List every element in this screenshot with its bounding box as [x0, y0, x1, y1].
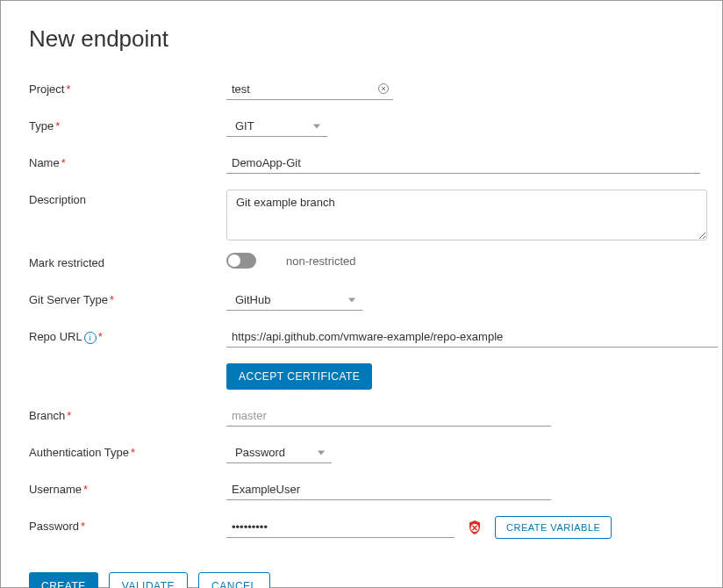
- label-mark-restricted: Mark restricted: [29, 253, 226, 269]
- restricted-toggle-label: non-restricted: [286, 255, 355, 268]
- type-select[interactable]: GIT: [226, 116, 327, 137]
- label-type: Type*: [29, 116, 226, 133]
- row-branch: Branch*: [29, 405, 694, 430]
- shield-warning-icon: [467, 520, 483, 535]
- required-indicator: *: [98, 330, 103, 343]
- action-bar: Create Validate Cancel: [29, 572, 694, 588]
- cancel-button[interactable]: Cancel: [198, 572, 270, 588]
- label-auth-type: Authentication Type*: [29, 442, 226, 459]
- info-icon[interactable]: i: [84, 332, 97, 344]
- required-indicator: *: [131, 446, 135, 459]
- required-indicator: *: [66, 82, 70, 96]
- row-mark-restricted: Mark restricted non-restricted: [29, 253, 694, 277]
- row-project: Project*: [29, 79, 694, 104]
- accept-certificate-button[interactable]: Accept Certificate: [226, 363, 372, 390]
- name-input[interactable]: [226, 153, 700, 174]
- required-indicator: *: [110, 293, 114, 306]
- label-password: Password*: [29, 516, 226, 533]
- row-description: Description: [29, 190, 694, 240]
- password-input[interactable]: [226, 517, 455, 538]
- dialog-title: New endpoint: [29, 25, 694, 53]
- username-input[interactable]: [226, 479, 551, 500]
- create-button[interactable]: Create: [29, 572, 98, 588]
- row-repo-url: Repo URLi*: [29, 326, 694, 351]
- validate-button[interactable]: Validate: [109, 572, 188, 588]
- project-input[interactable]: [226, 79, 393, 100]
- required-indicator: *: [81, 520, 85, 533]
- row-git-server-type: Git Server Type* GitHub: [29, 290, 694, 314]
- row-password: Password* Create Variable: [29, 516, 694, 541]
- required-indicator: *: [55, 119, 60, 133]
- row-name: Name*: [29, 153, 694, 177]
- label-branch: Branch*: [29, 405, 226, 422]
- required-indicator: *: [61, 156, 66, 169]
- required-indicator: *: [83, 483, 88, 496]
- new-endpoint-dialog: New endpoint Project* Type* GIT: [0, 0, 723, 588]
- row-accept-certificate: Accept Certificate: [29, 363, 694, 390]
- row-auth-type: Authentication Type* Password: [29, 442, 694, 467]
- repo-url-input[interactable]: [226, 326, 718, 348]
- label-git-server-type: Git Server Type*: [29, 290, 226, 306]
- label-repo-url: Repo URLi*: [29, 326, 226, 344]
- description-textarea[interactable]: [226, 190, 707, 240]
- clear-icon[interactable]: [377, 82, 390, 95]
- branch-input[interactable]: [226, 405, 551, 427]
- row-username: Username*: [29, 479, 694, 504]
- restricted-toggle[interactable]: [226, 253, 256, 269]
- row-type: Type* GIT: [29, 116, 694, 140]
- label-project: Project*: [29, 79, 226, 96]
- label-description: Description: [29, 190, 226, 206]
- create-variable-button[interactable]: Create Variable: [495, 516, 612, 539]
- label-name: Name*: [29, 153, 226, 169]
- git-server-type-select[interactable]: GitHub: [226, 290, 362, 311]
- required-indicator: *: [67, 409, 71, 422]
- auth-type-select[interactable]: Password: [226, 442, 332, 463]
- label-username: Username*: [29, 479, 226, 496]
